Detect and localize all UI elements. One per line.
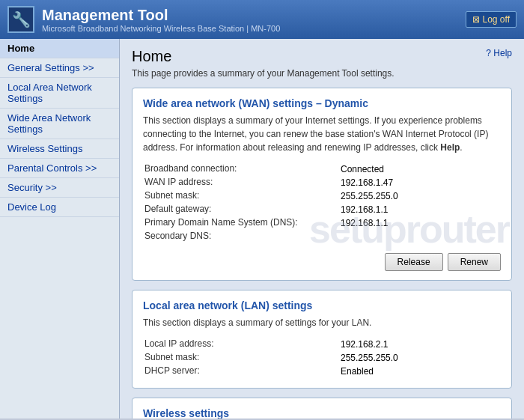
table-row: Secondary DNS: (144, 231, 499, 243)
table-row: Local IP address:192.168.2.1 (144, 338, 499, 350)
header-left: 🔧 Management Tool Microsoft Broadband Ne… (7, 6, 280, 33)
app-subtitle: Microsoft Broadband Networking Wireless … (42, 24, 280, 33)
page-title: Home (132, 48, 171, 65)
page-header: Home ? Help (132, 48, 512, 65)
table-row: Subnet mask:255.255.255.0 (144, 352, 499, 364)
wireless-section-title: Wireless settings (143, 407, 501, 419)
sidebar-item-parental[interactable]: Parental Controls >> (0, 159, 119, 178)
wireless-section: Wireless settings The section displays a… (132, 398, 512, 419)
sidebar-item-general-settings[interactable]: General Settings >> (0, 58, 119, 78)
sidebar-item-home[interactable]: Home (0, 39, 119, 58)
wan-section-title: Wide area network (WAN) settings – Dynam… (143, 97, 501, 109)
wan-section-desc: This section displays a summary of your … (143, 114, 501, 154)
wan-info-table: Broadband connection:ConnectedWAN IP add… (143, 162, 501, 244)
logout-button[interactable]: ⊠ Log off (466, 11, 517, 28)
table-row: DHCP server:Enabled (144, 365, 499, 377)
lan-section-title: Local area network (LAN) settings (143, 299, 501, 311)
table-row: Default gateway:192.168.1.1 (144, 204, 499, 216)
app-logo: 🔧 (7, 6, 34, 33)
table-row: Broadband connection:Connected (144, 163, 499, 175)
sidebar: Home General Settings >> Local Area Netw… (0, 39, 120, 419)
lan-section: Local area network (LAN) settings This s… (132, 290, 512, 389)
main-layout: Home General Settings >> Local Area Netw… (0, 39, 524, 419)
sidebar-item-device-log[interactable]: Device Log (0, 198, 119, 217)
wan-button-row: Release Renew (143, 253, 501, 271)
app-title: Management Tool (42, 7, 280, 24)
main-content: Home ? Help This page provides a summary… (120, 39, 524, 419)
app-header: 🔧 Management Tool Microsoft Broadband Ne… (0, 0, 524, 39)
lan-info-table: Local IP address:192.168.2.1Subnet mask:… (143, 337, 501, 379)
table-row: WAN IP address:192.168.1.47 (144, 177, 499, 189)
logout-icon: ⊠ (472, 14, 480, 25)
page-description: This page provides a summary of your Man… (132, 68, 512, 79)
renew-button[interactable]: Renew (448, 253, 501, 271)
table-row: Primary Domain Name System (DNS):192.168… (144, 217, 499, 229)
sidebar-item-lan[interactable]: Local Area Network Settings (0, 78, 119, 109)
wan-section: Wide area network (WAN) settings – Dynam… (132, 88, 512, 281)
lan-section-desc: This section displays a summary of setti… (143, 316, 501, 329)
table-row: Subnet mask:255.255.255.0 (144, 190, 499, 202)
sidebar-item-security[interactable]: Security >> (0, 178, 119, 198)
sidebar-item-wireless[interactable]: Wireless Settings (0, 139, 119, 159)
header-title-block: Management Tool Microsoft Broadband Netw… (42, 7, 280, 33)
help-link[interactable]: ? Help (486, 48, 512, 58)
sidebar-item-wan[interactable]: Wide Area Network Settings (0, 109, 119, 139)
release-button[interactable]: Release (385, 253, 443, 271)
main-wrapper: Home ? Help This page provides a summary… (120, 39, 524, 419)
